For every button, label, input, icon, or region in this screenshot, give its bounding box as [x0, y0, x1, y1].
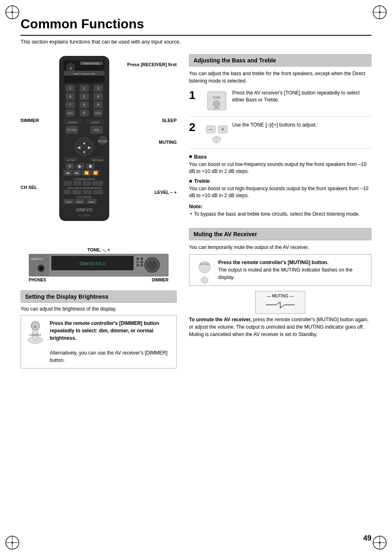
- svg-text:SETUP: SETUP: [67, 159, 75, 161]
- svg-text:CH–: CH–: [67, 112, 73, 115]
- step-2-text: Use the TONE [–]/[+] buttons to adjust.: [232, 122, 371, 129]
- remote-diagram-area: ⏻ REMOTE MODE INPUT SELECTOR 1 2 3: [21, 54, 177, 243]
- dimmer-icon: D DIMMER: [25, 320, 46, 342]
- muting-indicator-text: The output is muted and the MUTING indic…: [218, 267, 353, 280]
- unmute-text: To unmute the AV receiver, press the rem…: [189, 316, 371, 338]
- muting-icon: MUTING: [194, 259, 214, 281]
- muting-intro: You can temporarily mute the output of t…: [189, 244, 371, 251]
- svg-text:2: 2: [83, 86, 85, 90]
- caution-text: To bypass the bass and treble tone circu…: [189, 211, 371, 218]
- muting-display-inner: — MUTING —: [255, 291, 305, 314]
- svg-text:PLAY MODE: PLAY MODE: [77, 196, 91, 198]
- svg-text:ONKYO RX-V: ONKYO RX-V: [80, 262, 106, 266]
- svg-text:▲: ▲: [82, 140, 86, 145]
- svg-text:DIMMER: DIMMER: [30, 334, 41, 336]
- svg-text:HDD: HDD: [89, 201, 95, 203]
- svg-text:▶: ▶: [78, 164, 82, 168]
- corner-decoration-bl: [4, 534, 21, 551]
- svg-text:⏩: ⏩: [93, 170, 98, 175]
- brightness-section: Setting the Display Brightness You can a…: [21, 290, 177, 368]
- brightness-alt-text: Alternatively, you can use the AV receiv…: [50, 350, 168, 363]
- svg-rect-89: [83, 190, 92, 194]
- treble-section: Treble You can boost or cut high-frequen…: [189, 178, 371, 199]
- right-column: Adjusting the Bass and Treble You can ad…: [189, 54, 371, 368]
- svg-text:D: D: [34, 325, 37, 329]
- ch-sel-label: CH SEL: [21, 185, 37, 190]
- brightness-intro: You can adjust the brightness of the dis…: [21, 306, 177, 312]
- svg-text:4: 4: [69, 94, 71, 99]
- phones-label: PHONES: [29, 278, 46, 282]
- svg-text:1: 1: [69, 86, 71, 90]
- caution-title: Note:: [189, 203, 371, 210]
- svg-text:⏹: ⏹: [88, 164, 92, 168]
- page-title: Common Functions: [21, 16, 371, 36]
- svg-rect-83: [73, 181, 81, 186]
- step-2-number: 2: [189, 122, 201, 133]
- svg-point-113: [141, 261, 143, 263]
- step-2-icon: – +: [205, 122, 228, 144]
- svg-text:SLEEP: SLEEP: [91, 121, 99, 124]
- muting-section-title: Muting the AV Receiver: [189, 228, 371, 240]
- receiver-dimmer-label: DIMMER: [152, 278, 168, 282]
- muting-display: — MUTING —: [189, 291, 371, 314]
- step-1-icon: TONE: [205, 90, 228, 112]
- svg-text:9: 9: [97, 103, 99, 107]
- svg-text:–: –: [209, 126, 212, 132]
- svg-text:TONE: TONE: [212, 96, 221, 99]
- svg-text:DIMMER: DIMMER: [68, 121, 78, 124]
- muting-instructions: Press the remote controller's [MUTING] b…: [218, 259, 367, 281]
- corner-decoration-tr: [371, 4, 388, 21]
- brightness-section-title: Setting the Display Brightness: [21, 290, 177, 303]
- tone-label: TONE, –, +: [21, 247, 177, 252]
- remote-illustration: ⏻ REMOTE MODE INPUT SELECTOR 1 2 3: [49, 54, 119, 232]
- svg-text:INPUT SELECTOR: INPUT SELECTOR: [74, 73, 95, 75]
- svg-text:⏻: ⏻: [69, 67, 72, 69]
- svg-text:LISTENING MODE: LISTENING MODE: [74, 178, 95, 180]
- brightness-main-text: Press the remote controller's [DIMMER] b…: [50, 320, 159, 341]
- svg-text:+: +: [221, 126, 224, 132]
- svg-rect-88: [72, 190, 81, 194]
- muting-section: Muting the AV Receiver You can temporari…: [189, 228, 371, 338]
- step-2: 2 – + Use the TONE [–]/[: [189, 122, 371, 149]
- bass-treble-section: Adjusting the Bass and Treble You can ad…: [189, 54, 371, 218]
- dimmer-label: DIMMER: [21, 118, 39, 123]
- step-1: 1 TONE Press the AV receiver's [TONE] bu…: [189, 90, 371, 117]
- svg-text:⏸: ⏸: [68, 164, 72, 168]
- svg-point-111: [141, 258, 143, 260]
- sleep-label: SLEEP: [162, 118, 177, 123]
- bass-text: You can boost or cut low-frequency sound…: [189, 161, 371, 175]
- svg-text:0: 0: [83, 111, 85, 115]
- svg-text:6: 6: [97, 94, 99, 99]
- svg-text:ONKYO: ONKYO: [76, 207, 93, 212]
- svg-text:ONKYO: ONKYO: [31, 257, 43, 261]
- svg-rect-82: [64, 181, 72, 186]
- svg-rect-87: [64, 190, 71, 194]
- bass-treble-title: Adjusting the Bass and Treble: [189, 54, 371, 67]
- svg-point-115: [141, 264, 143, 267]
- svg-rect-90: [93, 190, 103, 194]
- svg-text:TV VOL: TV VOL: [67, 129, 77, 131]
- svg-point-114: [136, 264, 139, 267]
- two-column-layout: ⏻ REMOTE MODE INPUT SELECTOR 1 2 3: [21, 54, 371, 368]
- bass-section: Bass You can boost or cut low-frequency …: [189, 154, 371, 175]
- svg-text:5: 5: [83, 94, 85, 99]
- svg-line-133: [280, 305, 284, 308]
- svg-text:⏮: ⏮: [66, 171, 70, 175]
- svg-text:▶: ▶: [88, 145, 91, 150]
- svg-text:▼: ▼: [82, 150, 86, 154]
- svg-text:8: 8: [83, 103, 85, 107]
- svg-text:DVD: DVD: [77, 201, 83, 203]
- svg-text:RC-681M: RC-681M: [78, 214, 90, 217]
- svg-text:VOL: VOL: [94, 129, 99, 131]
- muting-remote-label: MUTING: [159, 140, 177, 145]
- corner-decoration-br: [371, 534, 388, 551]
- left-column: ⏻ REMOTE MODE INPUT SELECTOR 1 2 3: [21, 54, 177, 368]
- svg-point-112: [136, 261, 139, 263]
- corner-decoration-tl: [4, 4, 21, 21]
- brightness-instructions: Press the remote controller's [DIMMER] b…: [50, 320, 172, 364]
- receiver-panel-area: TONE, –, + ONKYO ONKYO RX-: [21, 247, 177, 282]
- svg-point-110: [136, 258, 139, 260]
- treble-text: You can boost or cut high-frequency soun…: [189, 185, 371, 199]
- svg-point-104: [39, 267, 43, 270]
- svg-text:REMOTE MODE: REMOTE MODE: [83, 62, 99, 65]
